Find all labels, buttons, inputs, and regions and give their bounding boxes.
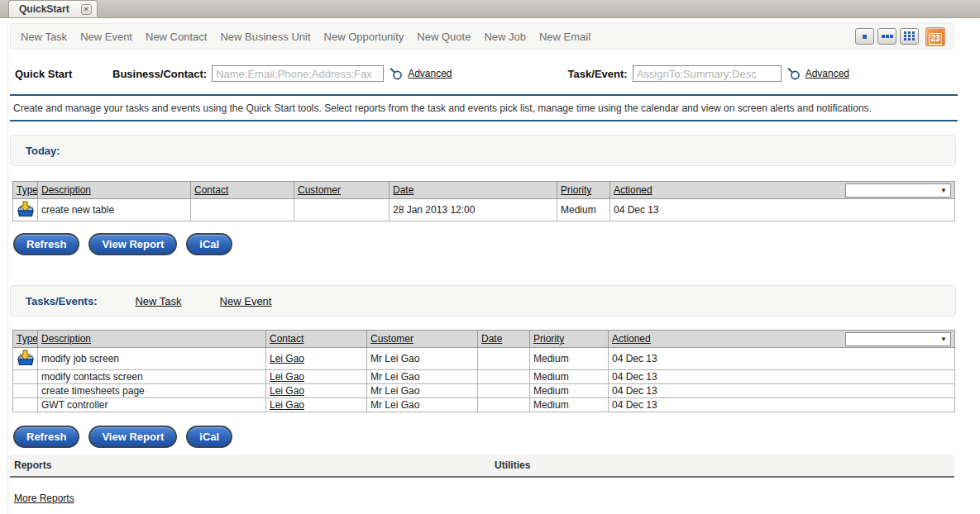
table-header-row: Type Description Contact Customer Date P… [13,331,955,348]
col-description[interactable]: Description [38,182,191,199]
new-task-link[interactable]: New Task [135,295,181,307]
col-customer[interactable]: Customer [294,182,390,199]
task-event-label: Task/Event: [568,68,628,80]
type-cell [13,348,38,370]
calendar-day-icon: 23 [929,33,942,45]
col-priority[interactable]: Priority [530,331,609,348]
footer-headings: Reports Utilities [10,455,954,478]
today-buttons: Refresh View Report iCal [13,233,958,255]
more-reports-link[interactable]: More Reports [14,493,74,504]
tasks-events-table: Type Description Contact Customer Date P… [12,330,955,412]
col-type[interactable]: Type [13,331,38,348]
new-event-link[interactable]: New Event [80,31,132,43]
view-report-button[interactable]: View Report [88,426,177,448]
contact-link[interactable]: Lei Gao [270,353,304,364]
col-contact[interactable]: Contact [191,182,294,199]
priority-cell: Medium [530,348,609,370]
customer-cell: Mr Lei Gao [367,384,478,398]
tab-close-icon[interactable]: × [81,4,92,15]
contact-cell: Lei Gao [266,348,367,370]
ical-button[interactable]: iCal [186,426,232,448]
task-event-search: Task/Event: Advanced [568,65,849,82]
view-report-button[interactable]: View Report [88,233,177,255]
task-event-input[interactable] [633,65,782,82]
day-view-button[interactable] [855,28,874,45]
customer-cell: Mr Lei Gao [367,348,478,370]
col-date[interactable]: Date [478,331,530,348]
search-icon[interactable] [786,67,801,81]
actioned-cell: 04 Dec 13 [609,384,955,398]
new-business-unit-link[interactable]: New Business Unit [220,31,310,43]
priority-cell: Medium [530,398,609,412]
report-filter-select[interactable]: ▼ [845,183,951,198]
contact-link[interactable]: Lei Gao [270,399,304,411]
description-cell: modify contacts screen [38,370,266,384]
date-cell [478,384,530,398]
new-contact-link[interactable]: New Contact [146,31,207,43]
business-contact-input[interactable] [212,65,384,82]
calendar-button[interactable]: 23 [925,27,945,46]
tab-title: QuickStart [19,3,69,15]
col-customer[interactable]: Customer [367,331,478,348]
business-contact-search: Quick Start Business/Contact: Advanced [10,65,452,82]
col-date[interactable]: Date [390,182,557,199]
col-type[interactable]: Type [13,182,38,199]
table-row[interactable]: GWT controller Lei Gao Mr Lei Gao Medium… [13,398,955,412]
search-icon[interactable] [389,67,403,81]
tab-quickstart[interactable]: QuickStart × [8,0,98,17]
refresh-button[interactable]: Refresh [13,426,79,448]
date-cell: 28 Jan 2013 12:00 [390,199,557,221]
date-cell [478,370,530,384]
business-contact-label: Business/Contact: [112,68,207,80]
actioned-cell: 04 Dec 13 [609,348,955,370]
task-advanced-link[interactable]: Advanced [806,68,849,79]
new-quote-link[interactable]: New Quote [417,31,471,43]
new-job-link[interactable]: New Job [484,31,526,43]
new-opportunity-link[interactable]: New Opportunity [324,31,404,43]
filter-column: ▼ [844,182,955,199]
priority-cell: Medium [557,199,610,221]
contact-link[interactable]: Lei Gao [270,371,304,383]
toolbar: New Task New Event New Contact New Busin… [10,23,954,50]
today-heading: Today: [26,145,60,157]
type-cell [13,398,38,412]
col-description[interactable]: Description [38,331,266,348]
table-row[interactable]: modify job screen Lei Gao Mr Lei Gao Med… [13,348,955,370]
new-email-link[interactable]: New Email [539,31,590,43]
divider [10,94,958,96]
table-row[interactable]: modify contacts screen Lei Gao Mr Lei Ga… [13,370,955,384]
col-actioned[interactable]: Actioned [609,331,844,348]
filter-column: ▼ [844,331,955,348]
tasks-events-section-header: Tasks/Events: New Task New Event [10,285,956,316]
refresh-button[interactable]: Refresh [13,233,79,255]
ical-button[interactable]: iCal [186,233,232,255]
date-cell [478,348,530,370]
col-priority[interactable]: Priority [557,182,610,199]
col-actioned[interactable]: Actioned [610,182,844,199]
contact-cell: Lei Gao [266,384,367,398]
type-cell [13,370,38,384]
table-row[interactable]: create timesheets page Lei Gao Mr Lei Ga… [13,384,955,398]
description-cell: create new table [38,199,191,221]
business-advanced-link[interactable]: Advanced [408,68,452,79]
new-task-link[interactable]: New Task [21,31,67,43]
report-filter-select[interactable]: ▼ [845,332,951,346]
customer-cell: Mr Lei Gao [367,370,478,384]
tasks-events-buttons: Refresh View Report iCal [13,426,958,448]
contact-link[interactable]: Lei Gao [270,385,304,397]
table-header-row: Type Description Contact Customer Date P… [13,182,955,199]
priority-cell: Medium [530,370,609,384]
description-cell: create timesheets page [38,384,266,398]
chevron-down-icon: ▼ [940,187,947,194]
table-row[interactable]: create new table 28 Jan 2013 12:00 Mediu… [13,199,955,221]
type-cell [13,384,38,398]
month-view-button[interactable] [900,28,919,45]
priority-cell: Medium [530,384,609,398]
description-cell: modify job screen [38,348,266,370]
type-cell [13,199,38,221]
contact-cell: Lei Gao [266,370,367,384]
task-type-icon [17,350,35,366]
week-view-button[interactable] [877,28,896,45]
new-event-link[interactable]: New Event [220,295,272,307]
col-contact[interactable]: Contact [266,331,367,348]
